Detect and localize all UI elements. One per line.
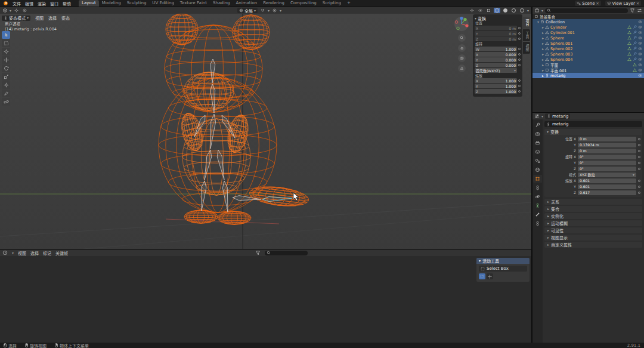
tab-texture-paint[interactable]: Texture Paint bbox=[177, 0, 210, 7]
scale-x-field[interactable]: 0.601 bbox=[578, 178, 636, 183]
blender-logo-icon[interactable] bbox=[3, 1, 8, 6]
bone-location-x-field[interactable]: X0 m bbox=[475, 26, 517, 30]
tool-measure[interactable] bbox=[2, 98, 10, 106]
panel-collections[interactable]: ▸集合 bbox=[544, 206, 642, 212]
scale-y-field[interactable]: 0.601 bbox=[578, 184, 636, 189]
outliner-row-cylinder-001[interactable]: ▸Cylinder.001 bbox=[532, 30, 644, 35]
menu-pose[interactable]: 姿态 bbox=[61, 15, 70, 21]
bone-scale-y-field[interactable]: Y1.000 bbox=[475, 84, 517, 88]
tool-transform[interactable] bbox=[2, 81, 10, 89]
tab-bone-constraint-properties[interactable] bbox=[533, 220, 542, 227]
menu-key[interactable]: 关键帧 bbox=[55, 250, 68, 256]
tab-scripting[interactable]: Scripting bbox=[320, 0, 344, 7]
tab-modeling[interactable]: Modeling bbox=[99, 0, 124, 7]
view-layer-selector[interactable]: View Layer ✕ bbox=[605, 1, 641, 6]
decorator-icon[interactable] bbox=[518, 32, 521, 35]
tool-move[interactable] bbox=[2, 56, 10, 64]
properties-editor-caret-icon[interactable]: ▾ bbox=[541, 115, 543, 118]
tab-layout[interactable]: Layout bbox=[79, 0, 99, 7]
expand-caret-icon[interactable]: ▸ bbox=[542, 69, 544, 72]
pan-hand-button[interactable] bbox=[458, 44, 466, 52]
decorator-icon[interactable] bbox=[518, 90, 521, 93]
menu-edit[interactable]: 编辑 bbox=[25, 1, 33, 7]
decorator-icon[interactable] bbox=[638, 144, 640, 146]
menu-select[interactable]: 选择 bbox=[30, 250, 39, 256]
expand-caret-icon[interactable]: ▸ bbox=[542, 26, 544, 29]
dope-sheet-canvas[interactable]: ▾活动工具 Select Box bbox=[0, 256, 531, 343]
expand-caret-icon[interactable]: ▸ bbox=[542, 58, 544, 61]
decorator-icon[interactable] bbox=[518, 64, 521, 66]
tab-sculpting[interactable]: Sculpting bbox=[124, 0, 150, 7]
editor-type-caret-icon[interactable]: ▾ bbox=[10, 9, 11, 13]
bone-scale-x-field[interactable]: X1.000 bbox=[475, 78, 517, 83]
expand-caret-icon[interactable]: ▸ bbox=[542, 63, 544, 67]
decorator-icon[interactable] bbox=[518, 58, 521, 61]
decorator-icon[interactable] bbox=[638, 138, 640, 140]
menu-render[interactable]: 渲染 bbox=[38, 1, 46, 7]
show-gizmo-button[interactable] bbox=[469, 8, 475, 13]
expand-caret-icon[interactable]: ▸ bbox=[542, 36, 544, 40]
panel-visibility[interactable]: ▸可见性 bbox=[544, 227, 642, 233]
outliner-row-metarig[interactable]: ▸metarig bbox=[532, 73, 644, 78]
object-name-field[interactable]: metarig bbox=[544, 121, 642, 127]
hide-toggle-eye-icon[interactable] bbox=[638, 41, 642, 45]
npanel-tab-view[interactable]: 视图 bbox=[523, 42, 530, 54]
tool-annotate[interactable] bbox=[2, 90, 10, 97]
add-workspace-button[interactable]: + bbox=[344, 0, 354, 7]
outliner-row-sphere-001[interactable]: ▸Sphere.001 bbox=[532, 41, 644, 46]
hide-toggle-eye-icon[interactable] bbox=[638, 47, 642, 51]
scene-selector[interactable]: Scene ✕ bbox=[575, 1, 600, 6]
hide-toggle-eye-icon[interactable] bbox=[638, 73, 642, 78]
expand-caret-icon[interactable]: ▸ bbox=[542, 53, 544, 56]
menu-view[interactable]: 视图 bbox=[18, 250, 26, 256]
outliner-row-sphere-003[interactable]: ▸Sphere.003 bbox=[532, 51, 644, 57]
rotation-mode-dropdown[interactable]: XYZ 欧拉▾ bbox=[578, 173, 636, 177]
view-layer-remove-icon[interactable]: ✕ bbox=[636, 2, 639, 5]
tool-scale[interactable] bbox=[2, 73, 10, 81]
hide-toggle-eye-icon[interactable] bbox=[638, 52, 642, 56]
editor-type-outliner-icon[interactable] bbox=[534, 8, 540, 13]
panel-instancing[interactable]: ▸实例化 bbox=[544, 213, 642, 219]
panel-motion-blur[interactable]: ▸运动模糊 bbox=[544, 220, 642, 226]
active-tool-panel-header[interactable]: ▾活动工具 bbox=[476, 258, 530, 264]
outliner-row-plane[interactable]: ▸平面 bbox=[532, 62, 644, 67]
bone-rotation-w-field[interactable]: W1.000 bbox=[475, 47, 517, 51]
panel-relations[interactable]: ▸关系 bbox=[544, 199, 642, 205]
shading-material-button[interactable] bbox=[510, 8, 517, 13]
bone-location-y-field[interactable]: Y0 m bbox=[475, 31, 517, 36]
location-x-field[interactable]: 0 m bbox=[578, 137, 636, 141]
tool-tweak[interactable] bbox=[2, 31, 10, 39]
decorator-icon[interactable] bbox=[518, 48, 521, 50]
hide-toggle-eye-icon[interactable] bbox=[638, 63, 642, 67]
tool-cursor[interactable] bbox=[2, 48, 10, 56]
menu-window[interactable]: 窗口 bbox=[50, 1, 58, 7]
hide-toggle-eye-icon[interactable] bbox=[638, 20, 642, 24]
decorator-icon[interactable] bbox=[638, 150, 640, 152]
scene-unlink-icon[interactable]: ✕ bbox=[596, 2, 599, 5]
tab-rendering[interactable]: Rendering bbox=[260, 0, 287, 7]
filter-funnel-icon[interactable] bbox=[630, 8, 635, 13]
tab-bone-properties[interactable] bbox=[533, 211, 542, 218]
panel-viewport-display[interactable]: ▸视图显示 bbox=[544, 235, 642, 241]
decorator-icon[interactable] bbox=[638, 156, 640, 158]
npanel-tab-item[interactable]: 项目 bbox=[523, 17, 530, 29]
transform-orientation-dropdown[interactable]: 全局 ▾ bbox=[237, 8, 258, 13]
menu-select[interactable]: 选择 bbox=[48, 15, 57, 21]
outliner-filter-icon[interactable] bbox=[637, 8, 642, 13]
snap-toggle-button[interactable] bbox=[259, 8, 266, 13]
expand-caret-icon[interactable]: ▾ bbox=[537, 20, 539, 24]
outliner-row-scene-collection[interactable]: 场景集合 bbox=[532, 14, 644, 19]
decorator-icon[interactable] bbox=[638, 192, 640, 194]
rotation-z-field[interactable]: 0° bbox=[578, 167, 636, 171]
outliner-row-sphere-004[interactable]: ▸Sphere.004 bbox=[532, 57, 644, 62]
proportional-edit-button[interactable] bbox=[271, 8, 278, 13]
tab-physics-properties[interactable] bbox=[533, 193, 542, 201]
location-z-field[interactable]: 0 m bbox=[578, 149, 636, 153]
tab-shading[interactable]: Shading bbox=[210, 0, 233, 7]
tab-render-properties[interactable] bbox=[533, 130, 542, 138]
gizmo-toggle-button[interactable] bbox=[13, 8, 20, 13]
hide-toggle-eye-icon[interactable] bbox=[638, 36, 642, 40]
npanel-transform-panel-header[interactable]: ▾变换 bbox=[475, 16, 521, 21]
transform-panel-header[interactable]: ▾变换 bbox=[544, 129, 642, 135]
tab-object-data-properties[interactable] bbox=[533, 202, 542, 210]
